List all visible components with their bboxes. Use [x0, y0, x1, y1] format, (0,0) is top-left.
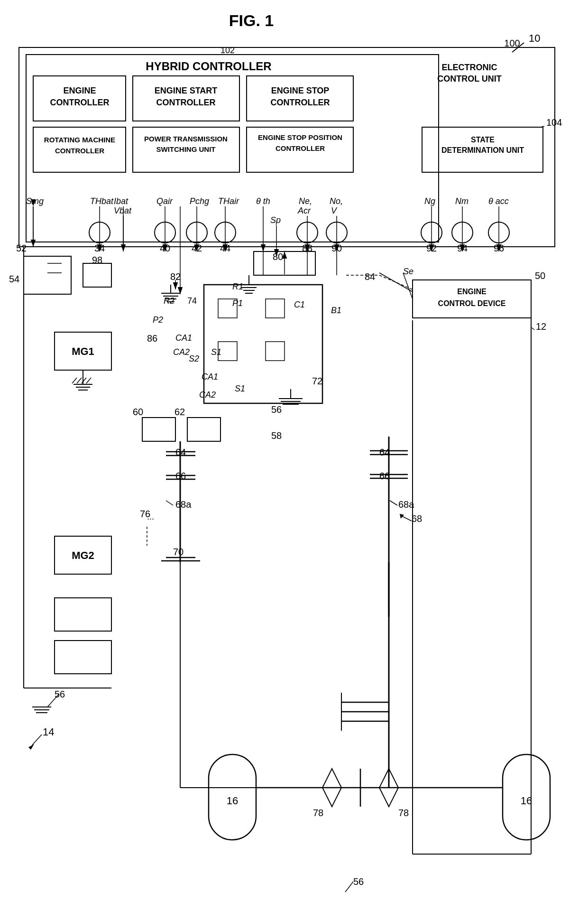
svg-text:θ acc: θ acc: [488, 196, 509, 206]
svg-text:10: 10: [529, 32, 540, 44]
svg-text:Qair: Qair: [156, 196, 173, 206]
svg-line-111: [531, 327, 534, 330]
svg-marker-167: [28, 744, 34, 750]
svg-text:Ng: Ng: [424, 196, 435, 206]
svg-text:MG2: MG2: [72, 549, 94, 561]
svg-marker-179: [400, 514, 404, 519]
svg-text:MG1: MG1: [72, 345, 94, 357]
diagram-svg: FIG. 1 10 100 102 HYBRID CONTROLLER ENGI…: [0, 0, 588, 902]
svg-text:Vbat: Vbat: [114, 206, 132, 215]
svg-text:ENGINE STOP: ENGINE STOP: [271, 86, 330, 95]
svg-text:Smg: Smg: [26, 196, 44, 206]
svg-text:CONTROLLER: CONTROLLER: [276, 144, 325, 152]
svg-text:STATE: STATE: [471, 136, 495, 144]
svg-text:CONTROLLER: CONTROLLER: [55, 147, 104, 155]
svg-rect-91: [413, 280, 531, 318]
svg-line-161: [47, 694, 59, 707]
svg-line-224: [82, 378, 86, 383]
svg-text:θ th: θ th: [256, 196, 270, 206]
svg-rect-158: [55, 598, 111, 631]
svg-text:44: 44: [220, 243, 230, 253]
svg-rect-66: [24, 256, 71, 294]
svg-line-222: [72, 378, 77, 383]
svg-text:Sp: Sp: [270, 215, 281, 225]
svg-text:No,: No,: [330, 196, 343, 206]
svg-text:104: 104: [546, 117, 562, 128]
svg-text:S1: S1: [235, 384, 245, 393]
svg-text:CA2: CA2: [173, 347, 190, 357]
svg-text:ENGINE START: ENGINE START: [155, 86, 218, 95]
svg-rect-64: [83, 263, 111, 287]
svg-point-208: [122, 245, 125, 248]
svg-text:THbat: THbat: [90, 196, 114, 206]
svg-text:CA1: CA1: [175, 333, 192, 343]
svg-line-166: [32, 735, 42, 745]
svg-text:86: 86: [147, 333, 157, 344]
svg-text:98: 98: [92, 255, 102, 265]
svg-text:92: 92: [426, 243, 437, 253]
svg-text:Ibat: Ibat: [114, 196, 129, 206]
svg-text:12: 12: [536, 321, 546, 332]
svg-text:CONTROL DEVICE: CONTROL DEVICE: [438, 299, 506, 307]
svg-text:54: 54: [9, 274, 19, 284]
svg-text:R2: R2: [164, 296, 175, 306]
svg-text:HYBRID CONTROLLER: HYBRID CONTROLLER: [146, 60, 271, 73]
svg-text:Nm: Nm: [455, 196, 469, 206]
svg-text:CONTROL UNIT: CONTROL UNIT: [437, 74, 502, 84]
svg-text:58: 58: [271, 430, 282, 441]
svg-text:62: 62: [175, 407, 185, 417]
svg-text:60: 60: [133, 407, 143, 417]
svg-text:100: 100: [504, 38, 520, 48]
svg-text:POWER TRANSMISSION: POWER TRANSMISSION: [144, 135, 228, 143]
svg-text:56: 56: [271, 404, 282, 415]
svg-text:68: 68: [412, 513, 422, 524]
page: FIG. 1 10 100 102 HYBRID CONTROLLER ENGI…: [0, 0, 588, 902]
svg-text:34: 34: [94, 243, 105, 253]
svg-text:...: ...: [147, 512, 154, 521]
svg-text:Ne,: Ne,: [299, 196, 312, 206]
svg-text:P1: P1: [232, 298, 243, 308]
svg-text:DETERMINATION UNIT: DETERMINATION UNIT: [441, 146, 524, 154]
svg-text:S1: S1: [211, 347, 221, 357]
svg-line-31: [541, 126, 544, 127]
svg-text:C1: C1: [294, 300, 305, 309]
svg-text:78: 78: [313, 808, 323, 818]
svg-line-200: [345, 882, 353, 892]
svg-text:THair: THair: [218, 196, 239, 206]
svg-text:70: 70: [173, 547, 184, 557]
svg-text:Acr: Acr: [297, 206, 311, 215]
svg-rect-116: [266, 299, 285, 318]
svg-text:56: 56: [353, 876, 364, 887]
svg-line-178: [402, 516, 412, 521]
svg-text:40: 40: [160, 243, 170, 253]
svg-text:14: 14: [43, 726, 54, 738]
svg-text:Se: Se: [403, 267, 413, 276]
svg-line-148: [166, 501, 173, 505]
svg-text:Pchg: Pchg: [190, 196, 209, 206]
svg-text:V: V: [331, 206, 338, 215]
svg-rect-118: [266, 342, 285, 361]
svg-text:96: 96: [494, 243, 504, 253]
svg-line-225: [86, 378, 91, 383]
svg-text:S2: S2: [189, 354, 199, 363]
svg-text:SWITCHING UNIT: SWITCHING UNIT: [156, 145, 216, 153]
svg-text:72: 72: [312, 376, 322, 386]
svg-text:56: 56: [55, 689, 65, 699]
svg-text:B1: B1: [331, 306, 341, 315]
svg-text:52: 52: [16, 243, 27, 253]
svg-text:CA2: CA2: [199, 390, 216, 400]
svg-rect-159: [55, 641, 111, 674]
svg-text:42: 42: [192, 243, 202, 253]
svg-text:84: 84: [365, 271, 375, 282]
svg-text:16: 16: [227, 795, 238, 807]
fig-title: FIG. 1: [229, 11, 274, 29]
svg-text:CONTROLLER: CONTROLLER: [271, 98, 330, 107]
svg-text:ENGINE STOP POSITION: ENGINE STOP POSITION: [258, 133, 342, 141]
svg-text:68a: 68a: [175, 499, 192, 510]
svg-text:ENGINE: ENGINE: [457, 288, 487, 296]
svg-text:94: 94: [457, 243, 468, 253]
svg-text:16: 16: [521, 795, 532, 807]
svg-text:CA1: CA1: [202, 372, 218, 381]
svg-line-176: [390, 501, 397, 505]
svg-text:ENGINE: ENGINE: [63, 86, 96, 95]
